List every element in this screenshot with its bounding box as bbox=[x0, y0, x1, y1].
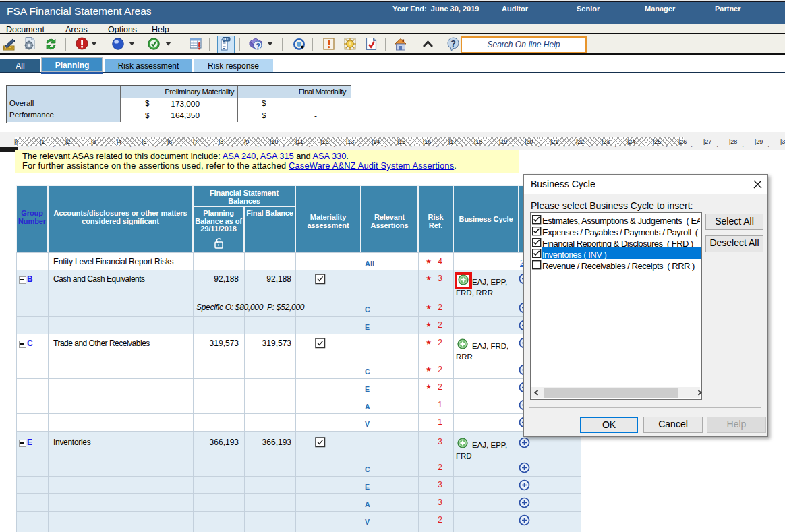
svg-text:?: ? bbox=[256, 42, 260, 50]
svg-text:?: ? bbox=[450, 39, 456, 49]
